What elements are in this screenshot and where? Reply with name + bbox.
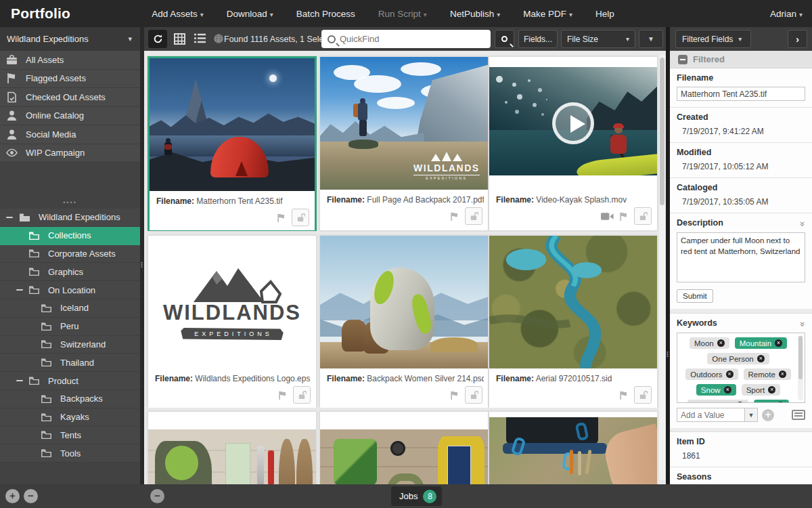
description-textarea[interactable]: Camper under full Moon next to red tent … bbox=[677, 232, 805, 282]
flag-icon[interactable] bbox=[449, 390, 460, 400]
keyword-tag[interactable]: Mountain× bbox=[735, 337, 787, 349]
remove-keyword-icon[interactable]: × bbox=[768, 386, 775, 394]
remove-keyword-icon[interactable]: × bbox=[777, 402, 784, 403]
catalog-selector[interactable]: Wildland Expeditions ▾ bbox=[0, 27, 140, 51]
chevron-collapse-icon[interactable]: » bbox=[798, 322, 808, 326]
flag-icon[interactable] bbox=[276, 213, 287, 223]
asset-card-matterhorn-tent[interactable]: Filename: Matterhorn Tent A235.tif bbox=[148, 56, 317, 231]
tree-item-iceland[interactable]: Iceland bbox=[0, 299, 140, 318]
asset-card-row3-1[interactable] bbox=[148, 411, 317, 484]
remove-keyword-icon[interactable]: × bbox=[724, 386, 731, 394]
filtered-fields-dropdown[interactable]: Filtered Fields▾ bbox=[675, 30, 751, 48]
collapse-expander[interactable] bbox=[6, 217, 13, 219]
keyword-tag[interactable]: Tent× bbox=[754, 400, 789, 403]
collapse-panel-button[interactable]: › bbox=[788, 30, 807, 48]
sidebar-item-social-media[interactable]: Social Media bbox=[0, 125, 140, 144]
menu-run-script[interactable]: Run Script▾ bbox=[378, 9, 427, 19]
add-keyword-dropdown[interactable]: ▼ bbox=[744, 408, 758, 422]
tree-item-tents[interactable]: Tents bbox=[0, 427, 140, 445]
asset-card-full-page-ad[interactable]: WILDLANDS EXPEDITIONS Filename: Full Pag… bbox=[319, 56, 489, 231]
jobs-button[interactable]: Jobs 8 bbox=[391, 486, 442, 506]
keyword-tag[interactable]: Switzerland× bbox=[687, 400, 748, 403]
lock-toggle[interactable] bbox=[634, 386, 652, 404]
keyword-list-icon[interactable] bbox=[792, 410, 805, 420]
remove-keyword-icon[interactable]: × bbox=[775, 339, 782, 347]
add-keyword-input[interactable] bbox=[677, 408, 744, 422]
search-input[interactable] bbox=[340, 34, 491, 44]
flag-icon[interactable] bbox=[277, 390, 288, 400]
sidebar-item-wip-campaign[interactable]: WIP Campaign bbox=[0, 144, 140, 163]
menu-help[interactable]: Help bbox=[595, 9, 614, 19]
tree-item-product[interactable]: Product bbox=[0, 372, 140, 390]
user-menu[interactable]: Adrian▾ bbox=[770, 9, 803, 19]
tree-item-switzerland[interactable]: Switzerland bbox=[0, 336, 140, 354]
remove-keyword-icon[interactable]: × bbox=[717, 339, 725, 347]
tree-item-corporate-assets[interactable]: Corporate Assets bbox=[0, 245, 140, 263]
sidebar-item-checked-out-assets[interactable]: Checked Out Assets bbox=[0, 88, 140, 107]
remove-keyword-icon[interactable]: × bbox=[757, 355, 765, 362]
refresh-button[interactable] bbox=[148, 30, 167, 48]
collapse-expander[interactable] bbox=[16, 289, 23, 291]
menu-netpublish[interactable]: NetPublish▾ bbox=[450, 9, 500, 19]
add-gallery-button[interactable]: + bbox=[5, 489, 20, 503]
keyword-tag[interactable]: Remote× bbox=[744, 368, 791, 380]
tree-item-graphics[interactable]: Graphics bbox=[0, 263, 140, 281]
keyword-tag[interactable]: Outdoors× bbox=[685, 368, 738, 380]
grid-view-icon[interactable] bbox=[174, 33, 186, 45]
flag-icon[interactable] bbox=[449, 211, 460, 221]
sort-direction-dropdown[interactable]: ▼ bbox=[639, 30, 663, 48]
flag-icon[interactable] bbox=[618, 211, 629, 221]
lock-toggle[interactable] bbox=[293, 386, 311, 404]
asset-card-logo-eps[interactable]: WILDLANDS EXPEDITIONS Filename: Wildland… bbox=[148, 235, 317, 407]
quickfind-search[interactable] bbox=[321, 30, 491, 48]
sidebar-item-flagged-assets[interactable]: Flagged Assets bbox=[0, 70, 140, 89]
tree-item-collections[interactable]: Collections bbox=[0, 227, 140, 245]
remove-keyword-icon[interactable]: × bbox=[726, 371, 734, 378]
search-go-button[interactable] bbox=[495, 30, 514, 48]
list-view-icon[interactable] bbox=[194, 33, 206, 45]
lock-toggle[interactable] bbox=[634, 207, 652, 225]
asset-card-row3-2[interactable] bbox=[319, 411, 489, 484]
menu-add-assets[interactable]: Add Assets▾ bbox=[152, 9, 204, 19]
panel-splitter[interactable]: ••• bbox=[666, 27, 670, 508]
filtered-section-header[interactable]: Filtered bbox=[670, 51, 812, 68]
lock-toggle[interactable] bbox=[465, 386, 482, 404]
tree-item-tools[interactable]: Tools bbox=[0, 444, 140, 463]
lock-toggle[interactable] bbox=[292, 209, 309, 226]
sort-dropdown[interactable]: File Size▾ bbox=[561, 30, 635, 48]
menu-batch-process[interactable]: Batch Process bbox=[296, 9, 355, 19]
menu-download[interactable]: Download▾ bbox=[227, 9, 273, 19]
tree-item-backpacks[interactable]: Backpacks bbox=[0, 390, 140, 408]
menu-make-pdf[interactable]: Make PDF▾ bbox=[523, 9, 572, 19]
collapse-expander[interactable] bbox=[16, 380, 23, 382]
submit-button[interactable]: Submit bbox=[677, 289, 713, 303]
play-button-icon[interactable] bbox=[552, 102, 594, 144]
chevron-collapse-icon[interactable]: » bbox=[798, 221, 808, 226]
remove-gallery-button[interactable]: − bbox=[24, 489, 38, 503]
tree-item-on-location[interactable]: On Location bbox=[0, 281, 140, 299]
tree-item-peru[interactable]: Peru bbox=[0, 318, 140, 336]
tree-item-root[interactable]: Wildland Expeditions bbox=[0, 209, 140, 227]
asset-card-video-kayak[interactable]: Filename: Video-Kayak Splash.mov bbox=[489, 56, 658, 231]
keyword-tag[interactable]: One Person× bbox=[707, 353, 769, 364]
keyword-tag[interactable]: Sport× bbox=[742, 384, 781, 396]
zoom-out-button[interactable]: − bbox=[150, 489, 164, 503]
add-keyword-button[interactable]: + bbox=[762, 409, 774, 421]
asset-card-aerial-sid[interactable]: Filename: Aerial 972010517.sid bbox=[489, 235, 658, 407]
sidebar-splitter[interactable]: ••• bbox=[140, 27, 144, 508]
splitter-handle[interactable]: •••• bbox=[63, 199, 77, 206]
flag-icon[interactable] bbox=[618, 390, 629, 400]
sidebar-item-online-catalog[interactable]: Online Catalog bbox=[0, 107, 140, 126]
filename-input[interactable] bbox=[677, 87, 805, 101]
asset-card-row3-3[interactable] bbox=[489, 411, 658, 484]
remove-keyword-icon[interactable]: × bbox=[736, 402, 744, 403]
fields-button[interactable]: Fields... bbox=[518, 30, 558, 48]
keywords-scrollbar[interactable] bbox=[798, 335, 803, 400]
tree-item-thailand[interactable]: Thailand bbox=[0, 354, 140, 372]
tree-item-kayaks[interactable]: Kayaks bbox=[0, 408, 140, 427]
grid-scrollbar[interactable] bbox=[659, 55, 665, 480]
keywords-scrollbar-thumb[interactable] bbox=[798, 336, 803, 379]
keyword-tag[interactable]: Moon× bbox=[690, 337, 729, 349]
sidebar-item-all-assets[interactable]: All Assets bbox=[0, 51, 140, 70]
remove-keyword-icon[interactable]: × bbox=[779, 371, 786, 378]
